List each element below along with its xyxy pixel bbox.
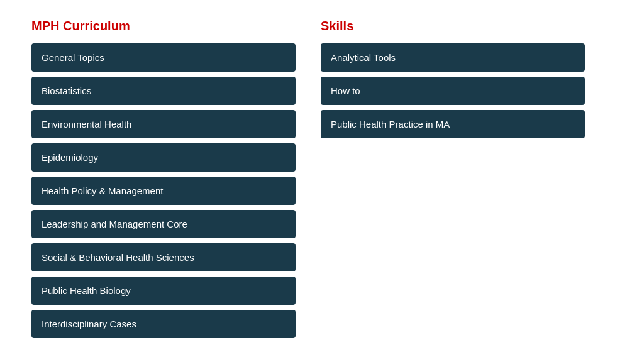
curriculum-item[interactable]: Social & Behavioral Health Sciences xyxy=(31,243,296,272)
curriculum-item[interactable]: General Topics xyxy=(31,43,296,72)
curriculum-item[interactable]: Leadership and Management Core xyxy=(31,210,296,238)
curriculum-item[interactable]: Biostatistics xyxy=(31,77,296,105)
right-btn-list: Analytical ToolsHow toPublic Health Prac… xyxy=(321,43,585,138)
curriculum-item[interactable]: Environmental Health xyxy=(31,110,296,138)
right-column-title: Skills xyxy=(321,19,585,33)
curriculum-item[interactable]: Epidemiology xyxy=(31,143,296,172)
right-column: Skills Analytical ToolsHow toPublic Heal… xyxy=(321,19,585,343)
page-container: MPH Curriculum General TopicsBiostatisti… xyxy=(0,0,644,362)
curriculum-item[interactable]: Public Health Biology xyxy=(31,277,296,305)
curriculum-item[interactable]: Health Policy & Management xyxy=(31,177,296,205)
skills-item[interactable]: Public Health Practice in MA xyxy=(321,110,585,138)
curriculum-item[interactable]: Interdisciplinary Cases xyxy=(31,310,296,338)
left-column: MPH Curriculum General TopicsBiostatisti… xyxy=(31,19,296,343)
left-btn-list: General TopicsBiostatisticsEnvironmental… xyxy=(31,43,296,338)
skills-item[interactable]: How to xyxy=(321,77,585,105)
left-column-title: MPH Curriculum xyxy=(31,19,296,33)
skills-item[interactable]: Analytical Tools xyxy=(321,43,585,72)
